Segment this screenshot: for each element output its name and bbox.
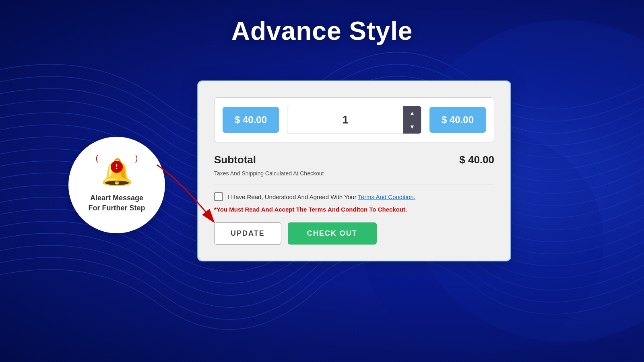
subtotal-label: Subtotal bbox=[214, 154, 256, 166]
qty-buttons: ▲ ▼ bbox=[403, 106, 421, 134]
page-title: Advance Style bbox=[0, 16, 644, 46]
product-row: $ 40.00 1 ▲ ▼ $ 40.00 bbox=[214, 97, 494, 142]
terms-row: I Have Read, Understood And Agreed With … bbox=[214, 192, 494, 201]
qty-decrement-button[interactable]: ▼ bbox=[403, 120, 421, 134]
checkout-button[interactable]: CHECK OUT bbox=[288, 222, 377, 245]
action-buttons: UPDATE CHECK OUT bbox=[214, 222, 494, 245]
qty-increment-button[interactable]: ▲ bbox=[403, 106, 421, 120]
update-button[interactable]: UPDATE bbox=[214, 222, 281, 245]
alert-bubble-text: Aleart Message For Further Step bbox=[88, 193, 145, 213]
total-price: $ 40.00 bbox=[429, 107, 486, 133]
divider bbox=[214, 185, 494, 185]
terms-checkbox[interactable] bbox=[214, 192, 223, 201]
unit-price: $ 40.00 bbox=[223, 107, 279, 133]
terms-link[interactable]: Terms And Condition. bbox=[358, 193, 415, 200]
taxes-text: Taxes And Shipping Calculated At Checkou… bbox=[214, 170, 494, 177]
subtotal-value: $ 40.00 bbox=[459, 154, 494, 166]
exclamation-badge: ! bbox=[111, 161, 123, 173]
alert-message: *You Must Read And Accept The Terms And … bbox=[214, 206, 494, 213]
subtotal-row: Subtotal $ 40.00 bbox=[214, 154, 494, 166]
cart-card: $ 40.00 1 ▲ ▼ $ 40.00 Subtotal $ 40.00 T… bbox=[197, 80, 511, 261]
quantity-value: 1 bbox=[287, 113, 403, 126]
quantity-control: 1 ▲ ▼ bbox=[287, 106, 421, 134]
alert-bubble: () 🔔 ! Aleart Message For Further Step bbox=[68, 137, 165, 233]
terms-text: I Have Read, Understood And Agreed With … bbox=[228, 193, 415, 200]
bell-icon: 🔔 ! bbox=[101, 157, 133, 187]
